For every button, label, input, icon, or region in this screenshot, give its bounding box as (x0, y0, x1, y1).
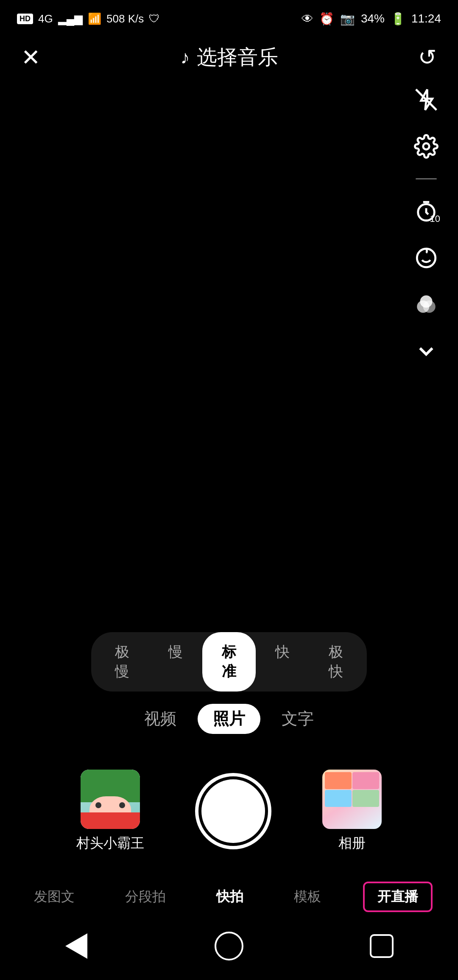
timer-button[interactable]: 10 (411, 196, 441, 226)
battery-icon: 🔋 (391, 12, 405, 26)
user-avatar[interactable]: 村头小霸王 (76, 770, 144, 853)
album-label: 相册 (338, 834, 366, 853)
status-bar: HD 4G ▂▄▆ 📶 508 K/s 🛡 👁 ⏰ 📷 34% 🔋 11:24 (0, 0, 458, 34)
home-button[interactable] (212, 929, 246, 963)
user-name-label: 村头小霸王 (76, 834, 144, 853)
speed-extremely-slow[interactable]: 极慢 (95, 632, 149, 692)
speed-standard[interactable]: 标准 (202, 632, 256, 692)
album-cell-2 (352, 772, 379, 789)
baby-eye-left (95, 802, 101, 808)
alarm-icon: ⏰ (319, 12, 334, 26)
tab-live-stream[interactable]: 开直播 (363, 882, 433, 912)
speed-indicator: 508 K/s (106, 12, 144, 25)
speed-extremely-fast[interactable]: 极快 (309, 632, 363, 692)
svg-point-1 (423, 143, 430, 150)
divider (416, 178, 437, 179)
status-right: 👁 ⏰ 📷 34% 🔋 11:24 (302, 12, 441, 26)
album-button[interactable]: 相册 (322, 770, 382, 853)
baby-eye-right (119, 802, 125, 808)
signal-bars: ▂▄▆ (58, 12, 83, 25)
baby-scarf (81, 812, 140, 829)
baby-eyes (95, 802, 125, 808)
shutter-inner (201, 779, 265, 843)
camera-status-icon: 📷 (340, 12, 355, 26)
clock: 11:24 (411, 12, 441, 25)
music-note-icon: ♪ (181, 47, 190, 68)
baby-face-illustration (81, 770, 140, 829)
album-cell-4 (352, 790, 379, 807)
speed-slow[interactable]: 慢 (149, 632, 202, 692)
network-indicator: 4G (38, 12, 53, 25)
header-title: ♪ 选择音乐 (181, 44, 278, 71)
shield-icon: 🛡 (149, 12, 160, 25)
mode-text[interactable]: 文字 (282, 708, 314, 730)
tab-template[interactable]: 模板 (285, 883, 330, 910)
recents-icon (370, 934, 394, 958)
camera-controls: 村头小霸王 相册 (0, 770, 458, 853)
nav-bar (0, 921, 458, 972)
expand-button[interactable] (411, 336, 441, 366)
back-button[interactable] (59, 929, 93, 963)
battery-percent: 34% (361, 12, 385, 25)
shutter-button[interactable] (195, 773, 271, 849)
flash-off-button[interactable] (411, 85, 441, 115)
bottom-tabs: 发图文 分段拍 快拍 模板 开直播 (0, 882, 458, 912)
tab-post[interactable]: 发图文 (25, 883, 83, 910)
album-row-top (325, 772, 379, 789)
status-left: HD 4G ▂▄▆ 📶 508 K/s 🛡 (17, 12, 160, 25)
settings-button[interactable] (411, 132, 441, 161)
beauty-button[interactable] (411, 243, 441, 273)
mode-selector: 视频 照片 文字 (144, 704, 314, 734)
speed-fast[interactable]: 快 (256, 632, 309, 692)
page-title: 选择音乐 (197, 44, 278, 71)
album-cell-1 (325, 772, 352, 789)
timer-label: 10 (430, 213, 440, 224)
album-row-bottom (325, 790, 379, 807)
avatar-image (81, 770, 140, 829)
album-preview (322, 770, 382, 829)
wifi-icon: 📶 (88, 12, 101, 25)
hd-badge: HD (17, 14, 33, 24)
header: ✕ ♪ 选择音乐 ↺ (0, 34, 458, 81)
album-cell-3 (325, 790, 352, 807)
home-icon (215, 932, 243, 960)
tab-quick-photo[interactable]: 快拍 (208, 883, 252, 910)
color-filter-button[interactable] (411, 290, 441, 319)
speed-selector: 极慢 慢 标准 快 极快 (91, 632, 367, 692)
recents-button[interactable] (365, 929, 399, 963)
refresh-button[interactable]: ↺ (418, 45, 437, 70)
close-button[interactable]: ✕ (21, 44, 40, 71)
mode-video[interactable]: 视频 (144, 708, 176, 730)
svg-point-8 (420, 295, 433, 308)
right-sidebar: 10 (411, 85, 441, 366)
eye-icon: 👁 (302, 12, 313, 26)
back-icon (65, 933, 87, 959)
tab-segmented[interactable]: 分段拍 (117, 883, 174, 910)
mode-photo[interactable]: 照片 (198, 704, 260, 734)
